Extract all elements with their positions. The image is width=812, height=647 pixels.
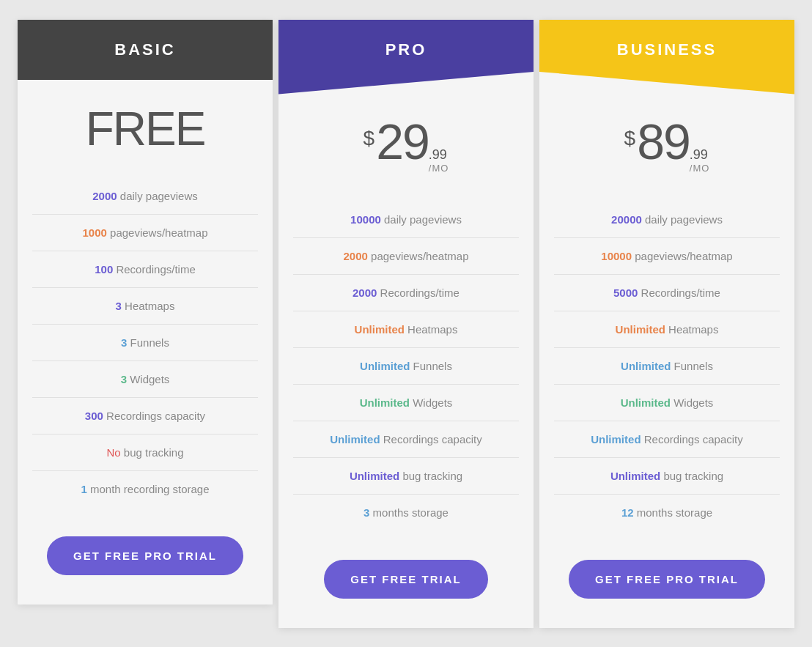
feature-highlight: Unlimited [610, 470, 660, 482]
price-period: /MO [429, 163, 449, 174]
feature-highlight: Unlimited [616, 323, 665, 336]
price-section-basic: FREE [18, 80, 273, 171]
price-cents: .99 [690, 147, 708, 163]
list-item: Unlimited Heatmaps [293, 311, 519, 348]
feature-highlight: 3 [116, 300, 122, 312]
feature-highlight: 12 [621, 506, 634, 519]
list-item: Unlimited Widgets [293, 385, 519, 421]
price-section-pro: $29.99/MO [278, 95, 534, 194]
plan-header-basic: BASIC [18, 20, 273, 80]
plan-card-pro: PRO$29.99/MO10000 daily pageviews2000 pa… [278, 20, 534, 628]
features-list-business: 20000 daily pageviews10000 pageviews/hea… [539, 194, 794, 538]
features-list-basic: 2000 daily pageviews1000 pageviews/heatm… [18, 171, 273, 514]
feature-highlight: Unlimited [330, 433, 380, 445]
list-item: 5000 Recordings/time [554, 275, 780, 311]
feature-highlight: Unlimited [621, 360, 671, 372]
list-item: 3 Funnels [32, 325, 258, 361]
cta-button-business[interactable]: GET FREE PRO TRIAL [569, 560, 765, 599]
list-item: 100 Recordings/time [32, 251, 258, 288]
feature-highlight: Unlimited [355, 323, 405, 336]
list-item: Unlimited Recordings capacity [293, 421, 519, 458]
list-item: 12 months storage [554, 495, 780, 530]
feature-highlight: 3 [121, 336, 127, 349]
list-item: Unlimited bug tracking [293, 458, 519, 495]
list-item: Unlimited bug tracking [554, 458, 780, 495]
price-cents: .99 [429, 147, 447, 163]
list-item: Unlimited Widgets [554, 385, 780, 421]
price-amount: 89 [637, 117, 690, 166]
price-period: /MO [690, 163, 710, 174]
list-item: No bug tracking [32, 435, 258, 471]
price-right: 29.99/MO [376, 117, 449, 180]
feature-highlight: 2000 [92, 190, 117, 202]
feature-highlight: 1 [81, 483, 86, 495]
feature-highlight: 2000 [353, 286, 377, 299]
feature-highlight: 100 [95, 263, 113, 276]
list-item: Unlimited Recordings capacity [554, 421, 780, 458]
price-amount: 29 [376, 117, 429, 166]
feature-highlight: 10000 [601, 250, 632, 262]
list-item: Unlimited Funnels [554, 348, 780, 385]
feature-highlight: 3 [121, 373, 127, 385]
list-item: 2000 pageviews/heatmap [293, 238, 519, 275]
list-item: 3 Heatmaps [32, 288, 258, 325]
feature-highlight: 20000 [611, 213, 642, 226]
price-cents-period: .99/MO [429, 147, 449, 180]
list-item: Unlimited Funnels [293, 348, 519, 385]
price-right: 89.99/MO [637, 117, 709, 180]
feature-highlight: Unlimited [360, 360, 410, 372]
features-list-pro: 10000 daily pageviews2000 pageviews/heat… [278, 194, 534, 538]
feature-highlight: 300 [85, 410, 103, 422]
feature-highlight: Unlimited [621, 396, 671, 409]
price-dollar-sign: $ [624, 127, 636, 150]
price-cents-period: .99/MO [690, 147, 710, 180]
feature-highlight: 1000 [83, 226, 107, 239]
list-item: 1 month recording storage [32, 471, 258, 507]
feature-highlight: 3 [363, 506, 369, 519]
list-item: 3 months storage [293, 495, 519, 530]
list-item: 3 Widgets [32, 361, 258, 398]
cta-button-basic[interactable]: GET FREE PRO TRIAL [47, 536, 243, 575]
feature-highlight: 5000 [613, 286, 638, 299]
feature-highlight: Unlimited [591, 433, 641, 445]
list-item: 2000 daily pageviews [32, 178, 258, 215]
plan-card-basic: BASICFREE2000 daily pageviews1000 pagevi… [18, 20, 273, 605]
plan-card-business: BUSINESS$89.99/MO20000 daily pageviews10… [539, 20, 794, 628]
feature-highlight: Unlimited [360, 396, 410, 409]
list-item: Unlimited Heatmaps [554, 311, 780, 348]
plan-header-pro: PRO [278, 20, 534, 95]
feature-highlight: Unlimited [350, 470, 399, 482]
feature-highlight: No [106, 446, 120, 459]
price-section-business: $89.99/MO [539, 95, 794, 194]
price-dollar-sign: $ [363, 127, 375, 150]
list-item: 1000 pageviews/heatmap [32, 215, 258, 251]
cta-button-pro[interactable]: GET FREE TRIAL [324, 560, 487, 599]
list-item: 300 Recordings capacity [32, 398, 258, 435]
list-item: 10000 daily pageviews [293, 202, 519, 238]
pricing-container: BASICFREE2000 daily pageviews1000 pagevi… [15, 20, 797, 628]
list-item: 2000 Recordings/time [293, 275, 519, 311]
plan-header-business: BUSINESS [539, 20, 794, 95]
feature-highlight: 10000 [350, 213, 381, 226]
list-item: 10000 pageviews/heatmap [554, 238, 780, 275]
feature-highlight: 2000 [344, 250, 368, 262]
list-item: 20000 daily pageviews [554, 202, 780, 238]
price-free-label: FREE [86, 102, 205, 156]
